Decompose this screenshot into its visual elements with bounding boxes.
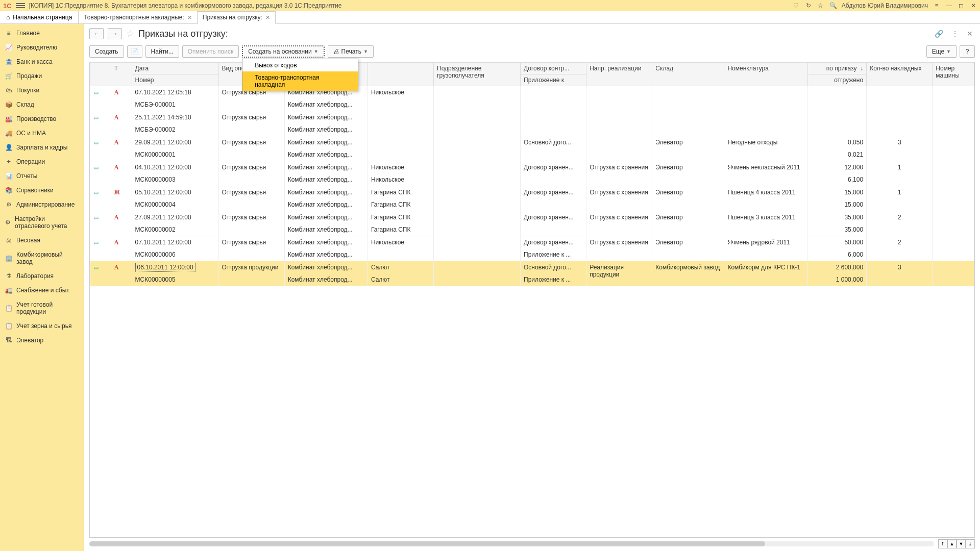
print-label: Печать xyxy=(341,48,361,55)
tab-close-icon[interactable]: ✕ xyxy=(187,14,192,21)
sidebar-item-0[interactable]: ≡Главное xyxy=(0,26,84,40)
page-up-button[interactable]: ▲ xyxy=(947,539,957,548)
username[interactable]: Абдулов Юрий Владимирович xyxy=(842,2,928,9)
col-nomen[interactable]: Номенклатура xyxy=(724,63,807,86)
col-t[interactable]: Т xyxy=(111,63,132,86)
create-based-button[interactable]: Создать на основании ▼ xyxy=(242,45,324,58)
table-row[interactable]: ▭А27.09.2011 12:00:00Отгрузка сырьяКомби… xyxy=(90,211,974,224)
sidebar-item-14[interactable]: ⚖Весовая xyxy=(0,233,84,247)
sidebar-icon: 📚 xyxy=(5,187,12,194)
sidebar-label: Снабжение и сбыт xyxy=(16,287,69,294)
horizontal-scrollbar[interactable] xyxy=(89,541,934,546)
sidebar-item-18[interactable]: 📋Учет готовой продукции xyxy=(0,297,84,319)
link-icon[interactable]: 🔗 xyxy=(933,30,945,38)
favorite-icon[interactable]: ☆ xyxy=(126,28,134,39)
tab-close-icon[interactable]: ✕ xyxy=(265,14,270,21)
sidebar-label: Учет зерна и сырья xyxy=(16,322,71,330)
sidebar-item-13[interactable]: ⚙Настройки отраслевого учета xyxy=(0,212,84,233)
mark-icon: А xyxy=(114,239,119,246)
tab-0[interactable]: Товарно-транспортные накладные:✕ xyxy=(79,11,197,23)
table-row[interactable]: ▭А07.10.2011 12:00:00Отгрузка сырьяКомби… xyxy=(90,236,974,249)
sidebar-item-11[interactable]: 📚Справочники xyxy=(0,183,84,197)
tab-1[interactable]: Приказы на отгрузку:✕ xyxy=(198,11,276,24)
search-icon[interactable]: 🔍 xyxy=(829,2,837,9)
mark-icon: Ж xyxy=(114,189,120,196)
sidebar-item-5[interactable]: 📦Склад xyxy=(0,97,84,112)
table-row[interactable]: ▭А29.09.2011 12:00:00Отгрузка сырьяКомби… xyxy=(90,136,974,149)
sidebar-item-4[interactable]: 🛍Покупки xyxy=(0,83,84,97)
page-header: ← → ☆ Приказы на отгрузку: 🔗 ⋮ ✕ xyxy=(84,24,980,43)
page-last-button[interactable]: ⤓ xyxy=(966,539,975,548)
doc-icon: ▭ xyxy=(93,189,99,195)
col-store[interactable]: Склад xyxy=(652,63,724,86)
more-button[interactable]: Еще ▼ xyxy=(926,45,957,58)
sidebar-label: Элеватор xyxy=(16,337,43,344)
dropdown-item-0[interactable]: Вывоз отходов xyxy=(242,59,358,71)
page-close-icon[interactable]: ✕ xyxy=(965,30,975,38)
sidebar-item-9[interactable]: ✦Операции xyxy=(0,155,84,169)
col-appendix[interactable]: Приложение к xyxy=(521,74,586,86)
hamburger-icon[interactable] xyxy=(16,3,25,8)
sidebar-icon: ⚙ xyxy=(5,219,11,226)
sidebar-item-6[interactable]: 🏭Производство xyxy=(0,112,84,126)
maximize-icon[interactable]: ◻ xyxy=(958,2,965,9)
col-date[interactable]: Дата xyxy=(132,63,218,74)
sidebar-item-2[interactable]: 🏦Банк и касса xyxy=(0,55,84,69)
page-nav: ⤒ ▲ ▼ ⤓ xyxy=(938,539,975,548)
table-row[interactable]: ▭А04.10.2011 12:00:00Отгрузка сырьяКомби… xyxy=(90,161,974,174)
sidebar-label: Настройки отраслевого учета xyxy=(15,215,79,230)
back-button[interactable]: ← xyxy=(89,28,104,39)
table-row[interactable]: ▭А06.10.2011 12:00:00Отгрузка продукцииК… xyxy=(90,261,974,274)
home-tab[interactable]: ⌂ Начальная страница xyxy=(0,11,79,23)
col-dept[interactable]: Подразделение грузополучателя xyxy=(434,63,521,86)
more-icon[interactable]: ⋮ xyxy=(949,30,961,38)
sidebar-icon: 📋 xyxy=(5,305,12,312)
col-waybills[interactable]: Кол-во накладных xyxy=(867,63,933,86)
sidebar-item-16[interactable]: ⚗Лаборатория xyxy=(0,269,84,283)
close-icon[interactable]: ✕ xyxy=(970,2,977,9)
logo: 1C xyxy=(3,2,12,10)
sidebar-item-7[interactable]: 🚚ОС и НМА xyxy=(0,126,84,140)
page-down-button[interactable]: ▼ xyxy=(957,539,966,548)
sidebar-item-19[interactable]: 📋Учет зерна и сырья xyxy=(0,319,84,333)
col-shipped[interactable]: отгружено xyxy=(807,74,867,86)
sidebar-item-1[interactable]: 📈Руководителю xyxy=(0,40,84,55)
mark-icon: А xyxy=(114,264,119,271)
toolbar: Создать 📄 Найти... Отменить поиск Создат… xyxy=(84,43,980,62)
data-table[interactable]: Т Дата Вид операции Подразделение грузоп… xyxy=(89,62,975,538)
table-row[interactable]: ▭А25.11.2021 14:59:10Отгрузка сырьяКомби… xyxy=(90,111,974,124)
sidebar-item-12[interactable]: ⚙Администрирование xyxy=(0,197,84,212)
settings-icon[interactable]: ≡ xyxy=(933,2,940,9)
sidebar-item-3[interactable]: 🛒Продажи xyxy=(0,69,84,83)
page-first-button[interactable]: ⤒ xyxy=(938,539,947,548)
table-row[interactable]: ▭А07.10.2021 12:05:18Отгрузка сырьяКомби… xyxy=(90,86,974,99)
bell-icon[interactable]: ♡ xyxy=(793,2,800,9)
sidebar-item-8[interactable]: 👤Зарплата и кадры xyxy=(0,140,84,155)
sidebar-item-17[interactable]: 🚛Снабжение и сбыт xyxy=(0,283,84,297)
sidebar-item-10[interactable]: 📊Отчеты xyxy=(0,169,84,183)
minimize-icon[interactable]: — xyxy=(945,2,952,9)
sidebar-icon: 🏢 xyxy=(5,255,12,262)
col-number[interactable]: Номер xyxy=(132,74,218,86)
sidebar-item-20[interactable]: 🏗Элеватор xyxy=(0,333,84,347)
create-button[interactable]: Создать xyxy=(89,45,124,58)
doc-icon: ▭ xyxy=(93,239,99,245)
dropdown-item-1[interactable]: Товарно-транспортная накладная xyxy=(242,71,358,91)
copy-button[interactable]: 📄 xyxy=(127,45,142,58)
cancel-find-button[interactable]: Отменить поиск xyxy=(182,45,239,58)
doc-icon: ▭ xyxy=(93,214,99,220)
forward-button[interactable]: → xyxy=(108,28,122,39)
tab-label: Товарно-транспортные накладные: xyxy=(84,14,184,21)
col-dir[interactable]: Напр. реализации xyxy=(586,63,652,86)
col-car[interactable]: Номер машины xyxy=(933,63,974,86)
col-ordered[interactable]: по приказу ↓ xyxy=(807,63,867,74)
sidebar-item-15[interactable]: 🏢Комбикормовый завод xyxy=(0,247,84,269)
print-button[interactable]: 🖨 Печать ▼ xyxy=(328,45,374,58)
star-icon[interactable]: ☆ xyxy=(817,2,824,9)
col-contract[interactable]: Договор контр... xyxy=(521,63,586,74)
table-row[interactable]: ▭Ж05.10.2011 12:00:00Отгрузка сырьяКомби… xyxy=(90,186,974,199)
mark-icon: А xyxy=(114,139,119,146)
help-button[interactable]: ? xyxy=(960,45,975,58)
history-icon[interactable]: ↻ xyxy=(805,2,812,9)
find-button[interactable]: Найти... xyxy=(145,45,179,58)
